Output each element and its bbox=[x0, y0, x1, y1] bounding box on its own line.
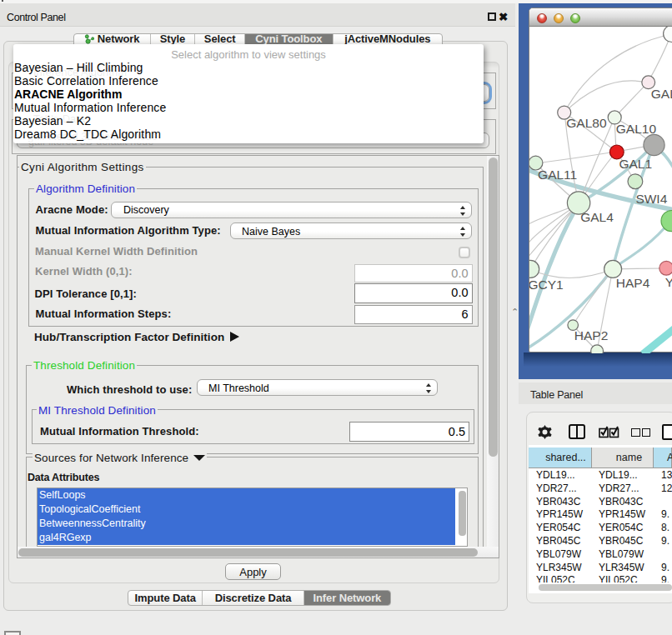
svg-text:GAL80: GAL80 bbox=[566, 116, 607, 130]
svg-text:GCY1: GCY1 bbox=[529, 278, 564, 292]
svg-text:GAL: GAL bbox=[651, 87, 672, 101]
svg-text:GAL10: GAL10 bbox=[616, 122, 657, 136]
svg-text:GAL11: GAL11 bbox=[538, 168, 577, 182]
svg-text:GAL4: GAL4 bbox=[580, 210, 614, 224]
svg-text:GAL1: GAL1 bbox=[619, 157, 652, 171]
svg-text:HAP4: HAP4 bbox=[616, 276, 650, 290]
svg-text:HAP2: HAP2 bbox=[574, 328, 609, 342]
svg-text:Y: Y bbox=[665, 275, 672, 289]
svg-text:SWI4: SWI4 bbox=[635, 192, 667, 206]
